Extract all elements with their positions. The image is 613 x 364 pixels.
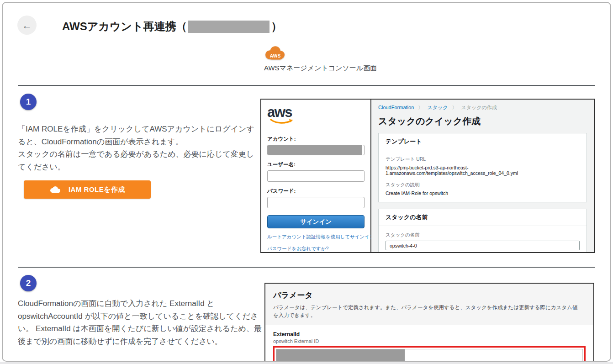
- breadcrumb-cloudformation: CloudFormation: [378, 105, 414, 110]
- breadcrumb-stacks: スタック: [427, 105, 448, 110]
- template-card: テンプレート テンプレート URL https://pmj-bucket-prd…: [378, 133, 587, 202]
- stack-name-card-title: スタックの名前: [379, 209, 587, 226]
- left-arrow-icon: ←: [22, 21, 32, 30]
- quick-create-heading: スタックのクイック作成: [378, 115, 587, 127]
- template-url-label: テンプレート URL: [386, 156, 580, 163]
- root-signin-link: ルートアカウント認証情報を使用してサインイン: [267, 234, 365, 240]
- section-divider-2: [18, 267, 595, 268]
- stack-description-value: Create IAM-Role for opswitch: [386, 190, 580, 196]
- stack-name-card: スタックの名前 スタックの名前 opswitch-4-0 スタック名では、大文字…: [378, 209, 587, 252]
- page-card: ← AWSアカウント再連携（ ） AWS AWSマネージメントコンソール画面 1…: [2, 2, 611, 362]
- page-title: AWSアカウント再連携（ ）: [62, 19, 282, 34]
- parameters-header: パラメータ パラメータは、テンプレートで定義されます。また、パラメータを使用する…: [265, 284, 593, 325]
- section-divider-1: [18, 85, 595, 86]
- cloud-icon: [49, 186, 61, 193]
- step-1-badge: 1: [20, 94, 37, 110]
- signin-button: サインイン: [267, 215, 365, 228]
- console-caption: AWS AWSマネージメントコンソール画面: [264, 45, 377, 73]
- account-label: アカウント:: [267, 136, 365, 142]
- create-iam-role-button[interactable]: IAM ROLEを作成: [24, 180, 151, 199]
- external-id-label: ExternalId: [273, 331, 586, 338]
- step-1-description: 「IAM ROLEを作成」をクリックしてAWSアカウントにログインすると、Clo…: [18, 123, 256, 173]
- aws-cloud-icon-label: AWS: [270, 53, 280, 58]
- password-label: パスワード:: [267, 188, 365, 195]
- cloudformation-panel: CloudFormation 〉 スタック 〉 スタックの作成 スタックのクイッ…: [371, 100, 594, 252]
- parameters-screenshot: パラメータ パラメータは、テンプレートで定義されます。また、パラメータを使用する…: [264, 283, 594, 362]
- back-button[interactable]: ←: [17, 16, 37, 35]
- parameters-description: パラメータは、テンプレートで定義されます。また、パラメータを使用すると、スタック…: [273, 304, 579, 320]
- account-field: [267, 145, 365, 155]
- page-title-prefix: AWSアカウント再連携（: [62, 19, 187, 34]
- parameters-title: パラメータ: [273, 290, 586, 301]
- page-title-suffix: ）: [271, 19, 282, 34]
- step-2-badge: 2: [20, 275, 37, 291]
- template-url-value: https://pmj-bucket-prd.s3-ap-northeast-1…: [386, 165, 580, 176]
- username-field: [267, 170, 365, 182]
- aws-console-screenshot: aws アカウント: ユーザー名: パスワード: サインイン ルートアカウント認…: [260, 99, 595, 253]
- template-card-title: テンプレート: [379, 133, 587, 150]
- step-2-description: CloudFormationの画面に自動で入力された ExternalId と …: [18, 297, 262, 348]
- breadcrumb-create-stack: スタックの作成: [461, 105, 497, 110]
- stack-name-field-label: スタックの名前: [386, 232, 580, 238]
- breadcrumb: CloudFormation 〉 スタック 〉 スタックの作成: [378, 104, 587, 111]
- highlight-red-box: [273, 346, 586, 362]
- aws-cloud-icon: AWS: [264, 45, 286, 61]
- stack-name-input: opswitch-4-0: [386, 241, 580, 250]
- external-id-sublabel: opswitch External ID: [273, 338, 586, 344]
- aws-signin-panel: aws アカウント: ユーザー名: パスワード: サインイン ルートアカウント認…: [261, 100, 371, 252]
- chevron-right-icon: 〉: [452, 105, 457, 110]
- aws-logo: aws: [267, 105, 365, 119]
- redacted-account-value: [268, 145, 362, 155]
- create-iam-role-button-label: IAM ROLEを作成: [69, 185, 125, 194]
- stack-description-label: スタックの説明: [386, 182, 580, 188]
- external-id-input: [276, 349, 583, 362]
- redacted-account-name: [188, 21, 270, 33]
- password-field: [267, 197, 365, 208]
- console-caption-label: AWSマネージメントコンソール画面: [264, 64, 377, 73]
- username-label: ユーザー名:: [267, 161, 365, 168]
- parameters-body: ExternalId opswitch External ID: [265, 325, 593, 362]
- bottom-edge-band: [0, 362, 613, 364]
- forgot-password-link: パスワードをお忘れですか?: [267, 246, 365, 252]
- redacted-external-id-value: [276, 349, 405, 361]
- chevron-right-icon: 〉: [418, 105, 423, 110]
